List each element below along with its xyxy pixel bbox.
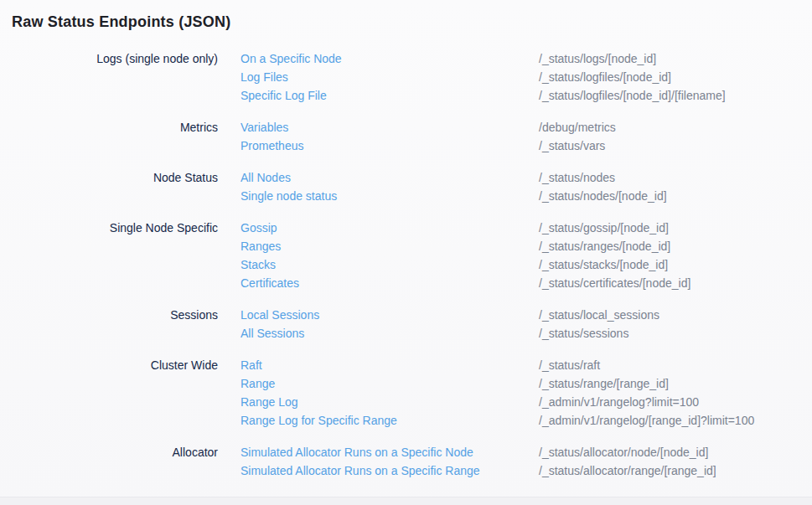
endpoint-link[interactable]: On a Specific Node: [240, 49, 539, 68]
endpoint-link[interactable]: Certificates: [240, 274, 539, 292]
category-label: Metrics: [0, 118, 218, 155]
endpoint-path: /_status/certificates/[node_id]: [539, 274, 690, 292]
endpoint-section: MetricsVariables/debug/metricsPrometheus…: [0, 118, 812, 155]
endpoint-rows: Raft/_status/raftRange/_status/range/[ra…: [218, 356, 812, 430]
endpoint-link[interactable]: All Sessions: [240, 324, 539, 343]
endpoint-row: Gossip/_status/gossip/[node_id]: [240, 219, 812, 237]
endpoint-path: /_status/sessions: [539, 324, 628, 343]
endpoint-link[interactable]: Local Sessions: [240, 306, 539, 324]
endpoint-section: SessionsLocal Sessions/_status/local_ses…: [0, 306, 812, 343]
endpoint-row: Variables/debug/metrics: [240, 118, 812, 137]
endpoint-row: Local Sessions/_status/local_sessions: [240, 306, 812, 324]
endpoint-path: /debug/metrics: [539, 118, 616, 137]
endpoint-row: Simulated Allocator Runs on a Specific R…: [240, 461, 812, 480]
endpoint-path: /_status/nodes: [539, 168, 615, 187]
endpoint-path: /_status/gossip/[node_id]: [539, 219, 669, 237]
endpoint-rows: Gossip/_status/gossip/[node_id]Ranges/_s…: [218, 219, 812, 292]
endpoint-rows: On a Specific Node/_status/logs/[node_id…: [218, 49, 812, 105]
endpoint-link[interactable]: Range Log: [240, 393, 539, 411]
endpoint-row: Stacks/_status/stacks/[node_id]: [240, 255, 812, 274]
endpoint-row: Single node status/_status/nodes/[node_i…: [240, 187, 812, 205]
endpoint-link[interactable]: Variables: [240, 118, 539, 137]
category-label: Single Node Specific: [0, 219, 218, 292]
endpoint-section: Single Node SpecificGossip/_status/gossi…: [0, 219, 812, 292]
endpoint-link[interactable]: Single node status: [240, 187, 539, 205]
endpoint-rows: Variables/debug/metricsPrometheus/_statu…: [218, 118, 812, 155]
category-label: Sessions: [0, 306, 218, 343]
endpoint-link[interactable]: Prometheus: [240, 137, 539, 155]
endpoint-path: /_status/stacks/[node_id]: [539, 255, 668, 274]
endpoint-row: Prometheus/_status/vars: [240, 137, 812, 155]
endpoint-path: /_status/logfiles/[node_id]: [539, 68, 671, 86]
category-label: Node Status: [0, 168, 218, 205]
endpoint-row: Range Log/_admin/v1/rangelog?limit=100: [240, 393, 812, 411]
endpoint-rows: Simulated Allocator Runs on a Specific N…: [218, 443, 812, 480]
endpoint-path: /_status/nodes/[node_id]: [539, 187, 667, 205]
endpoint-row: On a Specific Node/_status/logs/[node_id…: [240, 49, 812, 68]
endpoint-link[interactable]: Stacks: [240, 255, 539, 274]
endpoint-path: /_status/raft: [539, 356, 600, 374]
endpoint-rows: Local Sessions/_status/local_sessionsAll…: [218, 306, 812, 343]
endpoint-path: /_status/range/[range_id]: [539, 374, 669, 393]
endpoint-section: Node StatusAll Nodes/_status/nodesSingle…: [0, 168, 812, 205]
endpoint-link[interactable]: Range: [240, 374, 539, 393]
endpoint-link[interactable]: Range Log for Specific Range: [240, 411, 539, 430]
category-label: Cluster Wide: [0, 356, 218, 430]
endpoint-link[interactable]: Specific Log File: [240, 86, 539, 105]
endpoint-path: /_status/logfiles/[node_id]/[filename]: [539, 86, 726, 105]
endpoint-path: /_status/local_sessions: [539, 306, 659, 324]
endpoint-link[interactable]: Simulated Allocator Runs on a Specific R…: [240, 461, 539, 480]
endpoint-row: Specific Log File/_status/logfiles/[node…: [240, 86, 812, 105]
endpoints-table: Logs (single node only)On a Specific Nod…: [0, 49, 812, 480]
endpoint-row: Certificates/_status/certificates/[node_…: [240, 274, 812, 292]
endpoint-row: Ranges/_status/ranges/[node_id]: [240, 237, 812, 255]
endpoint-row: All Sessions/_status/sessions: [240, 324, 812, 343]
endpoint-path: /_status/allocator/range/[range_id]: [539, 461, 716, 480]
endpoint-rows: All Nodes/_status/nodesSingle node statu…: [218, 168, 812, 205]
endpoint-path: /_status/allocator/node/[node_id]: [539, 443, 708, 461]
endpoint-link[interactable]: Simulated Allocator Runs on a Specific N…: [240, 443, 539, 461]
endpoint-row: Raft/_status/raft: [240, 356, 812, 374]
endpoint-path: /_status/logs/[node_id]: [539, 49, 656, 68]
endpoint-row: Simulated Allocator Runs on a Specific N…: [240, 443, 812, 461]
endpoint-path: /_admin/v1/rangelog?limit=100: [539, 393, 699, 411]
endpoint-row: All Nodes/_status/nodes: [240, 168, 812, 187]
endpoint-path: /_status/ranges/[node_id]: [539, 237, 670, 255]
footer-strip: [0, 497, 812, 505]
endpoint-link[interactable]: Log Files: [240, 68, 539, 86]
category-label: Allocator: [0, 443, 218, 480]
endpoint-link[interactable]: Gossip: [240, 219, 539, 237]
endpoint-path: /_status/vars: [539, 137, 605, 155]
endpoint-path: /_admin/v1/rangelog/[range_id]?limit=100: [539, 411, 754, 430]
endpoint-section: Logs (single node only)On a Specific Nod…: [0, 49, 812, 105]
endpoint-row: Range/_status/range/[range_id]: [240, 374, 812, 393]
endpoint-section: AllocatorSimulated Allocator Runs on a S…: [0, 443, 812, 480]
endpoint-link[interactable]: Ranges: [240, 237, 539, 255]
page-title: Raw Status Endpoints (JSON): [0, 0, 812, 32]
endpoint-section: Cluster WideRaft/_status/raftRange/_stat…: [0, 356, 812, 430]
endpoint-link[interactable]: All Nodes: [240, 168, 539, 187]
endpoint-link[interactable]: Raft: [240, 356, 539, 374]
category-label: Logs (single node only): [0, 49, 218, 105]
endpoint-row: Range Log for Specific Range/_admin/v1/r…: [240, 411, 812, 430]
endpoint-row: Log Files/_status/logfiles/[node_id]: [240, 68, 812, 86]
